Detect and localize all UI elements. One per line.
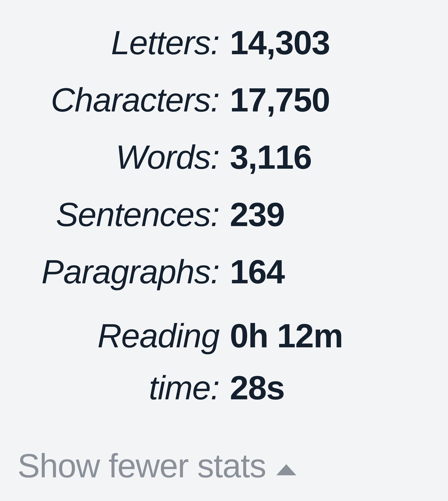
chevron-up-icon [275, 446, 297, 485]
stat-value-characters: 17,750 [230, 81, 330, 119]
stat-row-paragraphs: Paragraphs: 164 [17, 252, 431, 291]
reading-time-label-line1: Reading [97, 317, 219, 354]
svg-marker-0 [276, 464, 296, 475]
stat-label-characters: Characters: [17, 81, 230, 119]
stat-row-sentences: Sentences: 239 [17, 195, 431, 234]
reading-time-label-line2: time: [149, 369, 219, 407]
stat-label-paragraphs: Paragraphs: [17, 252, 230, 291]
stat-value-letters: 14,303 [230, 23, 330, 62]
stat-row-words: Words: 3,116 [17, 138, 431, 176]
stat-row-letters: Letters: 14,303 [17, 23, 431, 62]
stat-row-characters: Characters: 17,750 [17, 81, 431, 119]
stat-row-reading-time: Reading time: 0h 12m 28s [17, 310, 431, 414]
show-fewer-stats-toggle[interactable]: Show fewer stats [17, 446, 431, 488]
reading-time-value-line2: 28s [230, 362, 343, 414]
stat-label-words: Words: [17, 138, 230, 176]
stat-label-sentences: Sentences: [17, 195, 230, 234]
stats-panel: Letters: 14,303 Characters: 17,750 Words… [17, 23, 431, 488]
stat-value-words: 3,116 [230, 138, 312, 176]
toggle-label: Show fewer stats [17, 446, 266, 485]
reading-time-value-line1: 0h 12m [230, 310, 343, 362]
stat-value-sentences: 239 [230, 195, 285, 234]
stat-value-paragraphs: 164 [230, 252, 285, 291]
stat-value-reading-time: 0h 12m 28s [230, 310, 343, 414]
stat-label-reading-time: Reading time: [17, 310, 230, 414]
stats-table: Letters: 14,303 Characters: 17,750 Words… [17, 23, 431, 414]
stat-label-letters: Letters: [17, 23, 230, 62]
